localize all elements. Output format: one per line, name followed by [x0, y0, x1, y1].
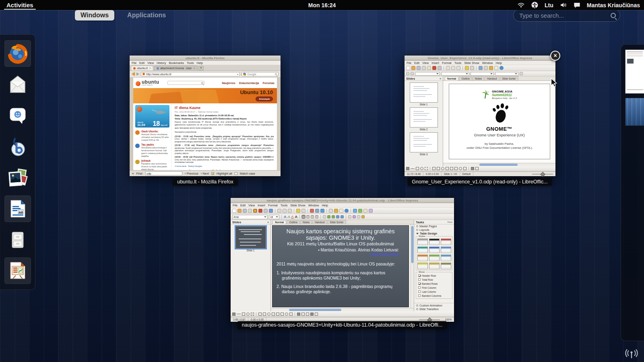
- view-mode-tab[interactable]: Notes: [300, 220, 312, 224]
- email-icon[interactable]: [248, 209, 252, 213]
- redo-icon[interactable]: [470, 66, 474, 70]
- curve-icon[interactable]: [258, 313, 262, 316]
- menu-item[interactable]: Insert: [431, 61, 439, 65]
- menu-item[interactable]: Window: [482, 61, 493, 65]
- menu-item[interactable]: Help: [495, 61, 502, 65]
- find-close-icon[interactable]: ×: [132, 172, 134, 175]
- view-tab[interactable]: Applications: [122, 10, 171, 21]
- new-icon[interactable]: [406, 66, 410, 70]
- extrusion-icon[interactable]: [310, 313, 314, 316]
- flowchart-icon[interactable]: [281, 313, 284, 316]
- find-next-button[interactable]: › Next: [201, 172, 209, 175]
- sidebar-section[interactable]: Gauk Ubuntu: Atsisiųsk Ubuntu nemokamai,…: [135, 130, 169, 141]
- rectangle-icon[interactable]: [242, 313, 245, 316]
- table-design-option[interactable]: Banded Rows: [417, 282, 451, 286]
- navigator-icon[interactable]: [334, 209, 338, 213]
- slide-thumbnail[interactable]: Slide 2: [406, 107, 442, 131]
- table-design-option[interactable]: Total Row: [417, 278, 451, 282]
- menu-item[interactable]: Format: [442, 61, 452, 65]
- menu-item[interactable]: Window: [308, 204, 319, 207]
- stars-icon[interactable]: [289, 313, 293, 316]
- ellipse-icon[interactable]: [246, 313, 250, 316]
- view-mode-tab[interactable]: Notes: [473, 76, 484, 80]
- tab-close-icon[interactable]: ×: [194, 67, 195, 70]
- table-icon[interactable]: [315, 209, 319, 213]
- menu-item[interactable]: Help: [197, 61, 203, 65]
- view-mode-tab[interactable]: Slide Sorter: [500, 76, 518, 80]
- menu-item[interactable]: Slide Show: [290, 204, 305, 207]
- fill-style-combo[interactable]: [471, 72, 494, 76]
- export-pdf-icon[interactable]: [258, 209, 262, 213]
- accessibility-icon[interactable]: [531, 1, 539, 9]
- horizontal-scrollbar[interactable]: [443, 163, 555, 166]
- find-previous-button[interactable]: ‹ Previous: [185, 172, 198, 175]
- article-title[interactable]: IT diena Kaune: [175, 106, 274, 110]
- zoom-icon[interactable]: [339, 209, 343, 213]
- copy-icon[interactable]: [283, 209, 287, 213]
- table-style-swatch[interactable]: [429, 255, 440, 261]
- ubuntu-logo[interactable]: ubuntu Linux visiems: [136, 80, 159, 86]
- stars-icon[interactable]: [463, 167, 466, 170]
- italic-icon[interactable]: A: [288, 215, 290, 219]
- block-arrows-icon[interactable]: [276, 313, 279, 316]
- checkbox[interactable]: [418, 274, 421, 277]
- email-icon[interactable]: [422, 66, 426, 70]
- bold-icon[interactable]: A: [284, 215, 287, 219]
- menu-item[interactable]: Bookmarks: [169, 61, 184, 65]
- workspace-thumbnail-1[interactable]: [625, 49, 644, 94]
- text-icon[interactable]: [425, 167, 428, 170]
- bullets-icon[interactable]: [323, 215, 326, 218]
- display-mode-icon[interactable]: [353, 209, 357, 213]
- highlight-all-button[interactable]: Highlight all: [217, 172, 232, 175]
- underline-icon[interactable]: A: [291, 215, 294, 219]
- view-mode-tab[interactable]: Outline: [287, 220, 300, 224]
- shadow-text-icon[interactable]: A: [295, 215, 298, 219]
- slide-show-icon[interactable]: [358, 209, 362, 213]
- slide-canvas[interactable]: Naujos kartos operacinių sistemų grafinė…: [271, 224, 414, 308]
- dock-item-banshee[interactable]: [4, 133, 31, 160]
- view-mode-tab[interactable]: Outline: [459, 76, 472, 80]
- view-mode-tab[interactable]: Normal: [445, 76, 458, 80]
- site-nav-link[interactable]: Dokumentacija: [239, 82, 259, 84]
- site-nav-link[interactable]: Forumas: [262, 82, 275, 84]
- site-nav-link[interactable]: Naujienos: [222, 82, 235, 84]
- keyboard-layout-indicator[interactable]: Ltu: [545, 2, 553, 8]
- edit-mode-icon[interactable]: [253, 209, 257, 213]
- connector-icon[interactable]: [437, 167, 440, 170]
- text-icon[interactable]: [251, 313, 254, 316]
- cut-icon[interactable]: [446, 66, 450, 70]
- table-icon[interactable]: [479, 66, 483, 70]
- network-broadcast-icon[interactable]: [625, 348, 638, 359]
- gallery-icon[interactable]: [489, 66, 493, 70]
- activities-button[interactable]: Activities: [0, 0, 40, 10]
- match-case-checkbox[interactable]: [235, 172, 237, 175]
- move-down-icon[interactable]: [341, 215, 344, 218]
- dock-item-nautilus[interactable]: [4, 226, 31, 253]
- browser-tab[interactable]: ubuntu.lt ×: [131, 66, 153, 70]
- arrange-icon[interactable]: [306, 313, 309, 316]
- slide-layout-icon[interactable]: [369, 209, 373, 213]
- sidebar-section[interactable]: Tau padės Nemokama dokumentacija ir bend…: [135, 143, 169, 157]
- table-style-swatch[interactable]: [429, 263, 440, 269]
- line-icon[interactable]: [237, 314, 241, 314]
- copy-icon[interactable]: [451, 66, 455, 70]
- sidebar-section[interactable]: Įsitrauk Pasidalink savo techninėmis žin…: [135, 159, 169, 170]
- checkbox[interactable]: [418, 286, 421, 289]
- save-icon[interactable]: [243, 209, 247, 213]
- help-icon[interactable]: [345, 209, 349, 213]
- redo-icon[interactable]: [301, 209, 305, 213]
- print-icon[interactable]: [264, 209, 268, 213]
- menu-item[interactable]: Slide Show: [464, 61, 479, 65]
- slide-thumbnail[interactable]: Slide 1: [232, 226, 269, 252]
- window-close-button[interactable]: ×: [550, 51, 560, 61]
- menu-item[interactable]: History: [157, 61, 166, 65]
- menu-item[interactable]: Tools: [187, 61, 194, 65]
- callouts-icon[interactable]: [459, 167, 462, 170]
- menu-item[interactable]: File: [233, 204, 237, 207]
- select-icon[interactable]: [406, 167, 409, 170]
- table-design-option[interactable]: Last Column: [417, 290, 451, 294]
- fontwork-icon[interactable]: [471, 167, 474, 170]
- chart-icon[interactable]: [310, 209, 314, 213]
- window-firefox[interactable]: ubuntu.lt - Mozilla Firefox FileEditView…: [130, 56, 281, 176]
- workspace-thumbnail-2[interactable]: [625, 98, 644, 126]
